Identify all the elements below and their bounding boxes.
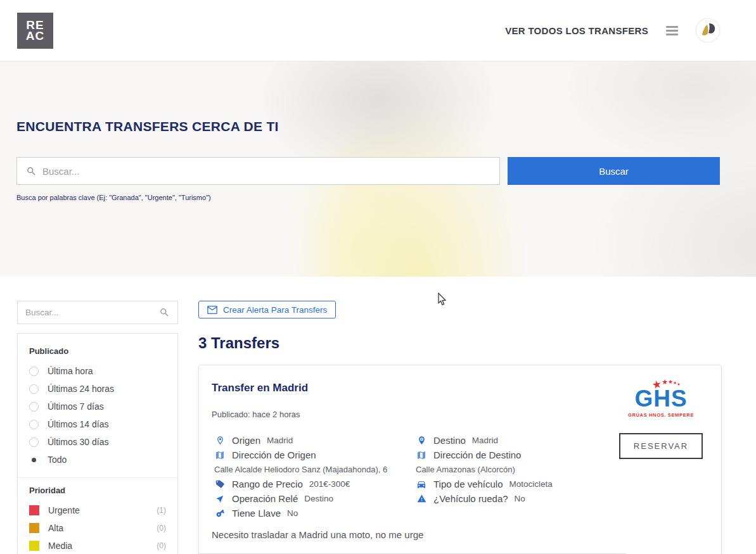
filter-ultima-hora[interactable]: Última hora: [29, 362, 166, 380]
radio-icon[interactable]: [29, 367, 39, 376]
filter-ultimas-24-horas[interactable]: Últimas 24 horas: [29, 380, 166, 398]
media-count: (0): [157, 541, 166, 550]
company-logo[interactable]: ★★★★★ GHS GRÚAS HNOS. SEMPERE: [628, 387, 694, 418]
search-helper-text: Busca por palabras clave (Ej: "Granada",…: [16, 194, 720, 201]
price-tag-icon: [214, 479, 226, 489]
destination-address-value: Calle Amazonas (Alcorcón): [416, 462, 613, 477]
transfer-card-title[interactable]: Transfer en Madrid: [212, 382, 613, 394]
radio-selected-icon[interactable]: [29, 455, 39, 465]
filter-alta[interactable]: Alta (0): [29, 519, 166, 537]
filter-ultimos-30-dias[interactable]: Últimos 30 días: [29, 433, 166, 451]
radio-icon[interactable]: [29, 420, 39, 429]
menu-icon[interactable]: [663, 23, 681, 38]
vehicle-type-row: Tipo de vehículo Motocicleta: [416, 477, 613, 491]
location-pin-dot-icon: [416, 436, 427, 445]
hero-section: ENCUENTRA TRANSFERS CERCA DE TI Buscar B…: [0, 61, 756, 277]
company-name: GHS: [628, 387, 694, 410]
filter-urgente[interactable]: Urgente (1): [29, 501, 166, 519]
urgente-count: (1): [157, 506, 166, 515]
filter-media[interactable]: Media (0): [29, 537, 166, 554]
sidebar-search-box: [17, 301, 178, 324]
search-icon: [26, 166, 37, 177]
hero-search-input[interactable]: [42, 166, 490, 177]
map-icon: [214, 450, 226, 460]
origin-address-row: Dirección de Origen: [214, 448, 412, 462]
search-icon[interactable]: [159, 307, 170, 318]
panel-divider: [18, 477, 177, 478]
vehicle-rolls-row: ¿Vehículo rueda? No: [416, 491, 613, 506]
reac-logo-line2: AC: [26, 30, 44, 41]
filter-panel: Publicado Última hora Últimas 24 horas Ú…: [17, 333, 178, 554]
warning-triangle-icon: [416, 494, 427, 503]
envelope-icon: [207, 306, 217, 314]
reserve-button[interactable]: RESERVAR: [619, 433, 703, 459]
urgente-color-swatch: [29, 505, 39, 515]
relay-operation-row: Operación Relé Destino: [214, 491, 412, 506]
hero-title: ENCUENTRA TRANSFERS CERCA DE TI: [16, 119, 720, 134]
search-button[interactable]: Buscar: [508, 157, 720, 185]
has-key-row: Tiene Llave No: [214, 506, 412, 520]
radio-icon[interactable]: [29, 438, 39, 447]
alta-count: (0): [157, 524, 166, 532]
filter-todo[interactable]: Todo: [29, 451, 166, 469]
user-avatar[interactable]: [696, 18, 720, 42]
sidebar-search-input[interactable]: [25, 308, 154, 317]
key-icon: [214, 508, 226, 518]
media-color-swatch: [29, 541, 39, 551]
car-icon: [416, 479, 427, 489]
view-all-transfers-link[interactable]: VER TODOS LOS TRANSFERS: [505, 25, 648, 36]
results-count-heading: 3 Transfers: [198, 334, 722, 352]
map-icon: [416, 450, 427, 460]
destination-address-row: Dirección de Destino: [416, 448, 613, 462]
origin-address-value: Calle Alcalde Heliodoro Sanz (Majadahond…: [214, 462, 412, 477]
create-alert-button[interactable]: Crear Alerta Para Transfers: [198, 301, 336, 318]
reac-logo[interactable]: RE AC: [17, 13, 53, 49]
filters-sidebar: Publicado Última hora Últimas 24 horas Ú…: [17, 301, 178, 554]
transfer-card: Transfer en Madrid Publicado: hace 2 hor…: [198, 365, 722, 554]
prioridad-filter-title: Prioridad: [29, 486, 166, 495]
price-range-row: Rango de Precio 201€-300€: [214, 477, 412, 491]
results-area: Crear Alerta Para Transfers 3 Transfers …: [198, 301, 722, 554]
alta-color-swatch: [29, 523, 39, 533]
ghs-stars-icon: ★★★★★: [652, 379, 681, 390]
destination-row: Destino Madrid: [416, 433, 613, 448]
app-header: RE AC VER TODOS LOS TRANSFERS: [0, 0, 756, 61]
filter-ultimos-7-dias[interactable]: Últimos 7 días: [29, 398, 166, 415]
hero-search-box: [16, 157, 500, 185]
publicado-filter-title: Publicado: [29, 346, 166, 356]
radio-icon[interactable]: [29, 402, 39, 412]
transfer-description: Necesito trasladar a Madrid una moto, no…: [212, 529, 613, 540]
published-timestamp: Publicado: hace 2 horas: [212, 410, 613, 419]
transfer-details: Origen Madrid Destino Madrid: [212, 433, 613, 520]
company-tagline: GRÚAS HNOS. SEMPERE: [628, 412, 694, 418]
navigation-arrow-icon: [214, 494, 226, 503]
avatar-logo-icon: [696, 19, 719, 42]
filter-ultimos-14-dias[interactable]: Últimos 14 días: [29, 415, 166, 433]
location-pin-icon: [214, 436, 226, 445]
origin-row: Origen Madrid: [214, 433, 412, 448]
radio-icon[interactable]: [29, 384, 39, 394]
